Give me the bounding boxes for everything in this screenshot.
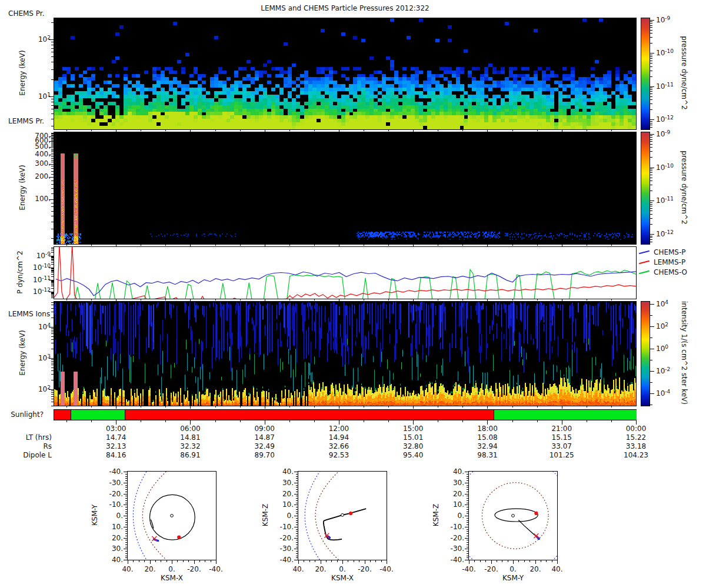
- orbit-y-minor-tick: [296, 551, 298, 552]
- orbit-y-minor-tick: [125, 547, 127, 547]
- orbit-y-minor-tick: [467, 553, 468, 554]
- panel-hour-tick: [190, 299, 191, 302]
- orbit-y-tick-label: -10.: [272, 523, 294, 531]
- cb-tick-label: 10-2: [656, 366, 670, 375]
- panel-hour-tick: [587, 406, 587, 407]
- orbit-y-minor-tick: [125, 531, 127, 532]
- boundary-curve: [142, 472, 166, 560]
- figure: LEMMS and CHEMS Particle Pressures 2012:…: [0, 0, 706, 588]
- legend-item-chems-p: CHEMS-P: [639, 248, 687, 258]
- axis-row-value: 89.70: [244, 451, 285, 459]
- time-tick: [141, 420, 141, 422]
- orbit-x-major-tick: [557, 560, 558, 564]
- panel-hour-tick: [215, 130, 216, 131]
- position-x-marker: [534, 533, 538, 538]
- orbit-plot-ksm-y-z: [469, 472, 557, 560]
- y-minor-tick: [51, 146, 54, 146]
- time-tick: [487, 420, 488, 425]
- orbit-y-minor-tick: [296, 524, 298, 525]
- orbit-circle: [150, 495, 195, 540]
- orbit-x-minor-tick: [161, 560, 161, 562]
- y-minor-tick: [51, 158, 54, 159]
- time-tick: [339, 420, 339, 425]
- panel-label-lemms-pr: LEMMS Pr.: [8, 117, 44, 125]
- y-minor-tick: [51, 365, 54, 365]
- y-minor-tick: [51, 248, 54, 248]
- row-label-lt: LT (hrs): [0, 433, 52, 442]
- orbit-y-minor-tick: [467, 487, 468, 487]
- orbit-y-tick-label: -20.: [272, 534, 294, 542]
- orbit-x-major-tick: [469, 560, 469, 564]
- cb-minor-tick: [650, 139, 652, 140]
- panel-hour-tick: [413, 299, 414, 302]
- orbit-y-minor-tick: [467, 524, 468, 525]
- cb-tick-label: 102: [656, 322, 668, 330]
- orbit-y-major-tick: [124, 560, 127, 560]
- sunlight-segment: [71, 410, 125, 420]
- orbit-y-minor-tick: [467, 474, 468, 475]
- time-tick: [413, 420, 414, 425]
- orbit-x-minor-tick: [474, 560, 475, 562]
- boundary-curve: [315, 472, 338, 560]
- cb-minor-tick: [650, 237, 652, 238]
- orbit-y-major-tick: [124, 527, 127, 527]
- y-minor-tick: [51, 256, 54, 257]
- panel-hour-tick: [190, 245, 191, 247]
- orbit-y-minor-tick: [125, 553, 127, 554]
- y-minor-tick: [51, 328, 54, 329]
- orbit-x-tick-label: 0.: [160, 565, 184, 573]
- y-minor-tick: [51, 280, 54, 281]
- y-minor-tick: [51, 272, 54, 273]
- axis-row-value: 14.94: [318, 433, 359, 442]
- row-label-dipole-l: Dipole L: [0, 451, 52, 459]
- orbit-y-minor-tick: [467, 557, 468, 558]
- y-minor-tick: [51, 318, 54, 318]
- spectrogram-lemms-pressure: [54, 132, 636, 244]
- orbit-y-tick-label: -40.: [443, 556, 464, 564]
- axis-row-value: 15.08: [467, 433, 508, 442]
- y-minor-tick: [51, 193, 54, 194]
- time-tick-label: 15:00: [392, 425, 434, 433]
- orbit-y-minor-tick: [125, 518, 127, 519]
- orbit2-y-title: KSM-Z: [261, 486, 269, 544]
- orbit-y-major-tick: [465, 516, 468, 516]
- orbit-y-minor-tick: [296, 518, 298, 519]
- orbit-y-tick-label: 30.: [443, 479, 464, 487]
- axis-row-value: 33.07: [541, 442, 582, 450]
- y-minor-tick: [51, 177, 54, 178]
- orbit-y-major-tick: [294, 549, 298, 549]
- panel-hour-tick: [562, 245, 562, 247]
- spacecraft-cluster-point: [157, 540, 159, 542]
- sunlight-label: Sunlight?: [0, 410, 44, 419]
- orbit-y-major-tick: [124, 549, 127, 549]
- cb-minor-tick: [650, 56, 652, 57]
- panel-hour-tick: [462, 130, 463, 131]
- y-minor-tick: [51, 380, 54, 380]
- cb-tick-label: 104: [656, 299, 668, 308]
- cb-minor-tick: [650, 61, 652, 61]
- orbit-x-tick-label: -40.: [204, 565, 228, 573]
- orbit-x-minor-tick: [337, 560, 338, 562]
- orbit-y-tick-label: 10.: [102, 523, 123, 531]
- orbit-y-minor-tick: [296, 540, 298, 540]
- y-minor-tick: [51, 42, 54, 42]
- orbit-y-major-tick: [124, 483, 127, 483]
- orbit-y-minor-tick: [296, 553, 298, 554]
- cb-minor-tick: [650, 21, 652, 22]
- orbit-x-minor-tick: [183, 560, 184, 562]
- orbit-y-major-tick: [294, 505, 298, 505]
- y-minor-tick: [51, 211, 54, 212]
- panel-hour-tick: [611, 245, 612, 246]
- cb-minor-tick: [650, 185, 652, 185]
- cb-minor-tick: [650, 99, 652, 100]
- y-minor-tick: [51, 133, 54, 133]
- y-minor-tick: [51, 184, 54, 185]
- panel-hour-tick: [611, 299, 612, 300]
- orbit-y-minor-tick: [296, 536, 298, 536]
- spectrogram-lemms-ions-canvas: [54, 302, 636, 406]
- orbit-y-minor-tick: [296, 476, 298, 477]
- axis-row-value: 32.49: [244, 442, 285, 450]
- y-tick-label: 10-11: [21, 275, 51, 284]
- y-minor-tick: [51, 396, 54, 397]
- panel-hour-tick: [388, 406, 389, 407]
